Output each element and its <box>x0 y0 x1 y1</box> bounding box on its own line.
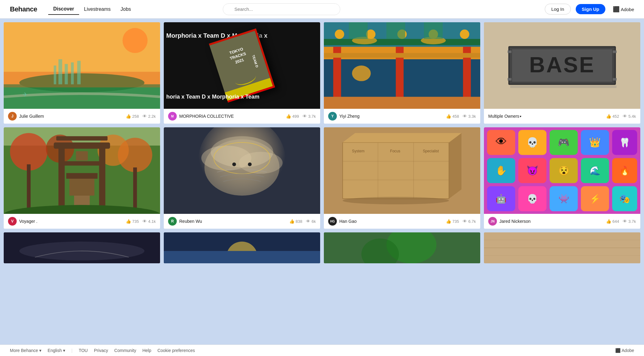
svg-point-66 <box>232 163 236 166</box>
card-image-4: BASE <box>484 22 640 109</box>
stats-6: 👍 838 👁 6k <box>289 219 316 224</box>
more-behance-dropdown[interactable]: More Behance ▾ <box>10 348 41 353</box>
logo[interactable]: Behance <box>10 5 37 13</box>
likes-5: 👍 735 <box>126 219 139 224</box>
svg-text:🦷: 🦷 <box>619 137 630 148</box>
svg-rect-23 <box>324 53 480 58</box>
card-4[interactable]: BASE Multiple Owners ▾ 👍 452 <box>484 22 640 124</box>
footer: More Behance ▾ English ▾ | TOU Privacy C… <box>0 345 644 356</box>
language-caret: ▾ <box>63 348 65 353</box>
search-container: 🔍 <box>136 3 427 15</box>
card-image-2: Morphoria x Team D x Morphoria x TOKYOTR… <box>164 22 320 109</box>
svg-text:👁: 👁 <box>496 135 507 148</box>
nav-livestreams[interactable]: Livestreams <box>79 4 116 15</box>
likes-2: 👍 499 <box>286 114 299 119</box>
likes-1: 👍 258 <box>126 114 139 119</box>
stats-5: 👍 735 👁 4.1k <box>126 219 156 224</box>
svg-text:💀: 💀 <box>527 193 538 204</box>
svg-point-77 <box>343 197 449 204</box>
nav-discover[interactable]: Discover <box>48 4 79 15</box>
card-3[interactable]: Y Yiyi Zheng 👍 458 👁 3.3k <box>324 22 480 124</box>
card-1[interactable]: ✈ J Julie Guillem 👍 258 👁 2.2k <box>4 22 160 124</box>
tou-link[interactable]: TOU <box>79 348 88 353</box>
author-name-3: Yiyi Zheng <box>339 114 443 119</box>
svg-rect-53 <box>61 161 103 166</box>
views-3: 👁 3.3k <box>463 114 476 119</box>
owner-caret: ▾ <box>520 115 521 118</box>
svg-rect-6 <box>58 59 62 84</box>
svg-rect-29 <box>324 97 480 109</box>
svg-rect-39 <box>613 78 616 80</box>
views-6: 👁 6k <box>306 219 316 224</box>
svg-rect-27 <box>386 22 405 39</box>
view-icon-6: 👁 <box>306 219 310 224</box>
login-button[interactable]: Log In <box>545 4 571 15</box>
views-1: 👁 2.2k <box>142 114 156 119</box>
adobe-logo: ⬛ Adobe <box>613 6 634 13</box>
card-8[interactable]: 👁 💀 🎮 👑 🦷 ✋ 😈 😵 🌊 🔥 🤖 💀 👾 ⚡ 🎭 <box>484 127 640 229</box>
privacy-link[interactable]: Privacy <box>94 348 108 353</box>
svg-rect-4 <box>4 72 160 87</box>
svg-text:BASE: BASE <box>529 53 595 77</box>
views-8: 👁 3.7k <box>623 219 636 224</box>
views-7: 👁 6.7k <box>463 219 476 224</box>
views-4: 👁 5.4k <box>623 114 636 119</box>
partial-card-3[interactable] <box>324 232 480 263</box>
card-footer-6: R Reuben Wu 👍 838 👁 6k <box>164 214 320 229</box>
card-footer-1: J Julie Guillem 👍 258 👁 2.2k <box>4 109 160 124</box>
main-content: ✈ J Julie Guillem 👍 258 👁 2.2k <box>0 19 644 263</box>
like-icon-4: 👍 <box>606 114 611 119</box>
stats-7: 👍 735 👁 6.7k <box>446 219 476 224</box>
nav-jobs[interactable]: Jobs <box>116 4 136 15</box>
svg-rect-57 <box>76 151 88 160</box>
card-image-7: System Focus Specialist <box>324 127 480 214</box>
stats-4: 👍 452 👁 5.4k <box>606 114 636 119</box>
like-icon-3: 👍 <box>446 114 451 119</box>
like-icon-2: 👍 <box>286 114 291 119</box>
language-dropdown[interactable]: English ▾ <box>48 348 65 353</box>
svg-rect-9 <box>77 61 81 84</box>
signup-button[interactable]: Sign Up <box>576 4 606 14</box>
like-icon-5: 👍 <box>126 219 131 224</box>
svg-text:😈: 😈 <box>527 165 538 176</box>
svg-rect-113 <box>164 251 320 263</box>
view-icon-7: 👁 <box>463 219 467 224</box>
stats-8: 👍 644 👁 3.7k <box>606 219 636 224</box>
search-input[interactable] <box>223 3 340 15</box>
partial-card-4[interactable] <box>484 232 640 263</box>
svg-rect-55 <box>66 173 97 179</box>
main-nav: Discover Livestreams Jobs <box>48 4 136 15</box>
svg-point-30 <box>352 66 371 81</box>
community-link[interactable]: Community <box>114 348 136 353</box>
svg-text:System: System <box>352 149 364 153</box>
svg-rect-54 <box>70 177 95 196</box>
cookie-link[interactable]: Cookie preferences <box>157 348 195 353</box>
author-name-8: Jared Nickerson <box>499 219 604 224</box>
author-name-2: MORPHORIA COLLECTIVE <box>179 114 283 119</box>
card-image-6 <box>164 127 320 214</box>
card-5[interactable]: V Voyager . 👍 735 👁 4.1k <box>4 127 160 229</box>
svg-rect-50 <box>56 136 108 141</box>
card-grid: ✈ J Julie Guillem 👍 258 👁 2.2k <box>0 19 644 232</box>
svg-rect-8 <box>71 62 74 84</box>
author-name-4: Multiple Owners <box>488 114 519 119</box>
stats-2: 👍 499 👁 3.7k <box>286 114 316 119</box>
card-7[interactable]: System Focus Specialist HG Han Gao 👍 735 <box>324 127 480 229</box>
stats-1: 👍 258 👁 2.2k <box>126 114 156 119</box>
footer-adobe-label: Adobe <box>622 348 634 353</box>
help-link[interactable]: Help <box>142 348 151 353</box>
svg-rect-7 <box>65 64 68 84</box>
author-name-1: Julie Guillem <box>19 114 123 119</box>
header: Behance Discover Livestreams Jobs 🔍 Log … <box>0 0 644 19</box>
svg-text:🔥: 🔥 <box>619 165 630 176</box>
svg-point-67 <box>248 163 252 166</box>
partial-card-1[interactable] <box>4 232 160 263</box>
svg-rect-38 <box>613 50 616 53</box>
likes-3: 👍 458 <box>446 114 459 119</box>
svg-text:✈: ✈ <box>23 91 28 98</box>
partial-card-2[interactable] <box>164 232 320 263</box>
card-2[interactable]: Morphoria x Team D x Morphoria x TOKYOTR… <box>164 22 320 124</box>
card-6[interactable]: R Reuben Wu 👍 838 👁 6k <box>164 127 320 229</box>
svg-text:🎭: 🎭 <box>619 193 630 204</box>
svg-text:Focus: Focus <box>390 149 400 153</box>
